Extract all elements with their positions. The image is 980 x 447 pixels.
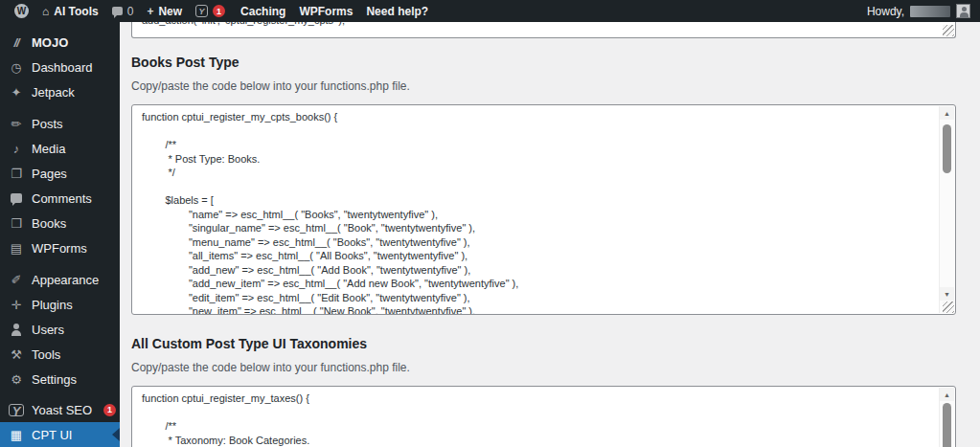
wpforms-icon: ▤ (9, 242, 24, 255)
site-name-menu[interactable]: ⌂ AI Tools (35, 0, 105, 22)
home-icon: ⌂ (42, 6, 49, 17)
settings-icon: ⚙ (9, 373, 24, 386)
sidebar-item-label: MOJO (32, 35, 68, 50)
triangle-down-icon: ▼ (944, 291, 950, 298)
sidebar-item-label: Books (32, 216, 66, 231)
need-help-label: Need help? (366, 5, 428, 18)
pages-icon: ❐ (9, 168, 24, 180)
scroll-up-button[interactable]: ▲ (940, 388, 954, 401)
sidebar-item-label: Yoast SEO (32, 403, 92, 417)
scrollbar-thumb[interactable] (943, 403, 951, 447)
sidebar-separator (0, 104, 120, 111)
section-heading-books-post-type: Books Post Type (131, 55, 956, 70)
user-display-name (910, 6, 950, 17)
scroll-down-button[interactable]: ▼ (940, 287, 954, 301)
yoast-icon: Y (195, 5, 208, 17)
sidebar-item-comments[interactable]: Comments (0, 186, 120, 211)
grid-icon: ▦ (9, 429, 24, 441)
copy-paste-instruction: Copy/paste the code below into your func… (131, 361, 956, 374)
comments-menu[interactable]: 0 (105, 0, 141, 22)
sidebar-item-label: CPT UI (32, 428, 72, 442)
comment-count: 0 (127, 5, 134, 18)
sidebar-item-label: Dashboard (32, 60, 93, 75)
sidebar-item-mojo[interactable]: // MOJO (0, 30, 120, 55)
triangle-up-icon: ▲ (944, 110, 950, 117)
comment-bubble-icon (112, 7, 123, 15)
dashboard-icon: ◷ (9, 61, 24, 74)
admin-bar: W ⌂ AI Tools 0 + New Y 1 Caching WPForms… (0, 0, 980, 22)
sidebar-item-label: Plugins (32, 298, 73, 312)
current-menu-arrow (112, 428, 120, 441)
need-help-menu[interactable]: Need help? (359, 0, 435, 22)
book-icon: ❒ (9, 217, 24, 230)
site-name-label: AI Tools (54, 5, 98, 18)
brush-icon: ✐ (9, 274, 24, 286)
new-label: New (158, 5, 182, 18)
admin-sidebar: // MOJO ◷ Dashboard ✦ Jetpack ✏ Posts ♪ … (0, 22, 120, 447)
sidebar-item-label: Pages (32, 167, 67, 181)
taxonomies-code: function cptui_register_my_taxes() { /**… (132, 387, 955, 447)
sidebar-item-label: Settings (32, 372, 77, 387)
sidebar-item-users[interactable]: Users (0, 317, 120, 342)
jetpack-icon: ✦ (9, 86, 24, 99)
sidebar-item-label: Appearance (32, 273, 99, 287)
comments-icon (9, 193, 24, 203)
yoast-icon: Y (9, 404, 24, 416)
sidebar-item-posts[interactable]: ✏ Posts (0, 111, 120, 136)
new-content-menu[interactable]: + New (140, 0, 189, 22)
sidebar-item-dashboard[interactable]: ◷ Dashboard (0, 55, 120, 79)
yoast-notification-badge: 1 (213, 5, 225, 17)
books-code: function cptui_register_my_cpts_books() … (132, 105, 955, 314)
main-content: add_action( 'init', 'cptui_register_my_c… (120, 22, 980, 447)
sidebar-item-label: Comments (32, 191, 92, 206)
user-icon (9, 323, 24, 336)
sidebar-item-wpforms[interactable]: ▤ WPForms (0, 235, 120, 260)
mojo-icon: // (9, 36, 24, 49)
sidebar-item-tools[interactable]: ⚒ Tools (0, 342, 120, 367)
post-types-code-textarea[interactable]: add_action( 'init', 'cptui_register_my_c… (131, 22, 956, 38)
scroll-up-button[interactable]: ▲ (940, 106, 954, 120)
taxonomies-code-textarea[interactable]: function cptui_register_my_taxes() { /**… (131, 386, 956, 447)
sidebar-item-label: Tools (32, 347, 60, 362)
scrollbar-thumb[interactable] (943, 124, 951, 173)
pushpin-icon: ✏ (9, 118, 24, 130)
sidebar-item-cpt-ui[interactable]: ▦ CPT UI (0, 422, 120, 447)
clipped-code-line: add_action( 'init', 'cptui_register_my_c… (132, 22, 354, 29)
media-icon: ♪ (9, 143, 24, 155)
scrollbar[interactable]: ▲ ▼ (939, 106, 954, 313)
sidebar-item-label: Media (32, 142, 65, 156)
wrench-icon: ⚒ (9, 348, 24, 361)
caching-label: Caching (240, 5, 285, 18)
plus-icon: + (147, 6, 153, 17)
resize-grip-icon[interactable] (943, 25, 954, 36)
sidebar-item-jetpack[interactable]: ✦ Jetpack (0, 79, 120, 104)
resize-grip-icon[interactable] (943, 302, 954, 313)
sidebar-item-media[interactable]: ♪ Media (0, 136, 120, 161)
caching-menu[interactable]: Caching (234, 0, 292, 22)
wordpress-logo-icon: W (14, 4, 29, 18)
sidebar-item-settings[interactable]: ⚙ Settings (0, 367, 120, 391)
plugin-icon: ✛ (9, 299, 24, 311)
sidebar-item-label: Users (32, 323, 64, 337)
sidebar-item-appearance[interactable]: ✐ Appearance (0, 267, 120, 292)
sidebar-item-yoast-seo[interactable]: Y Yoast SEO 1 (0, 397, 120, 422)
section-heading-taxonomies: All Custom Post Type UI Taxonomies (131, 336, 956, 351)
wp-logo-menu[interactable]: W (8, 0, 35, 22)
wpforms-label: WPForms (299, 5, 353, 18)
sidebar-item-plugins[interactable]: ✛ Plugins (0, 292, 120, 317)
yoast-notification-badge: 1 (103, 404, 116, 416)
sidebar-item-label: Posts (32, 117, 63, 131)
wpforms-menu[interactable]: WPForms (292, 0, 359, 22)
triangle-up-icon: ▲ (944, 391, 950, 398)
copy-paste-instruction: Copy/paste the code below into your func… (131, 79, 956, 93)
sidebar-item-pages[interactable]: ❐ Pages (0, 161, 120, 186)
sidebar-item-label: Jetpack (32, 85, 75, 100)
user-avatar[interactable] (956, 4, 970, 18)
sidebar-item-books[interactable]: ❒ Books (0, 211, 120, 235)
yoast-seo-menu[interactable]: Y 1 (189, 0, 232, 22)
scrollbar[interactable]: ▲ (939, 388, 954, 447)
sidebar-separator (0, 260, 120, 267)
howdy-label: Howdy, (867, 5, 904, 18)
books-code-textarea[interactable]: function cptui_register_my_cpts_books() … (131, 104, 956, 315)
sidebar-item-label: WPForms (32, 241, 87, 256)
